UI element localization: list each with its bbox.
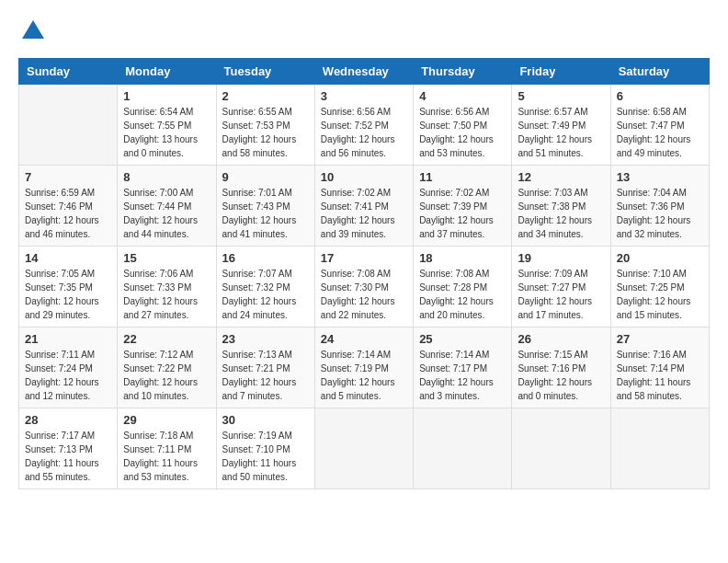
day-number: 7: [25, 170, 111, 184]
day-number: 22: [123, 332, 210, 346]
calendar-cell: 4Sunrise: 6:56 AM Sunset: 7:50 PM Daylig…: [414, 85, 512, 166]
calendar-cell: 2Sunrise: 6:55 AM Sunset: 7:53 PM Daylig…: [216, 85, 314, 166]
day-number: 14: [25, 251, 111, 265]
day-number: 18: [419, 251, 506, 265]
calendar-cell: 24Sunrise: 7:14 AM Sunset: 7:19 PM Dayli…: [314, 327, 413, 408]
day-info: Sunrise: 7:05 AM Sunset: 7:35 PM Dayligh…: [25, 267, 111, 322]
day-number: 17: [321, 251, 407, 265]
calendar-cell: 7Sunrise: 6:59 AM Sunset: 7:46 PM Daylig…: [19, 166, 118, 247]
calendar-cell: 14Sunrise: 7:05 AM Sunset: 7:35 PM Dayli…: [19, 247, 118, 327]
day-number: 15: [123, 251, 210, 265]
calendar-cell: 26Sunrise: 7:15 AM Sunset: 7:16 PM Dayli…: [512, 327, 610, 408]
calendar-week-row: 7Sunrise: 6:59 AM Sunset: 7:46 PM Daylig…: [19, 166, 710, 247]
weekday-header-monday: Monday: [118, 59, 216, 85]
calendar-cell: 29Sunrise: 7:18 AM Sunset: 7:11 PM Dayli…: [118, 408, 216, 489]
day-number: 6: [617, 89, 703, 103]
calendar-cell: 20Sunrise: 7:10 AM Sunset: 7:25 PM Dayli…: [610, 247, 709, 327]
weekday-header-saturday: Saturday: [610, 59, 709, 85]
calendar-cell: 19Sunrise: 7:09 AM Sunset: 7:27 PM Dayli…: [512, 247, 610, 327]
day-info: Sunrise: 7:07 AM Sunset: 7:32 PM Dayligh…: [222, 267, 309, 322]
day-number: 2: [222, 89, 309, 103]
day-info: Sunrise: 6:56 AM Sunset: 7:52 PM Dayligh…: [321, 105, 407, 160]
day-info: Sunrise: 7:16 AM Sunset: 7:14 PM Dayligh…: [617, 348, 703, 403]
calendar-cell: 8Sunrise: 7:00 AM Sunset: 7:44 PM Daylig…: [118, 166, 216, 247]
calendar-cell: [610, 408, 709, 489]
weekday-header-row: SundayMondayTuesdayWednesdayThursdayFrid…: [19, 59, 710, 85]
svg-marker-0: [22, 20, 44, 39]
calendar-cell: 3Sunrise: 6:56 AM Sunset: 7:52 PM Daylig…: [314, 85, 413, 166]
logo-icon: [20, 18, 46, 44]
day-number: 20: [617, 251, 703, 265]
day-number: 3: [321, 89, 407, 103]
weekday-header-wednesday: Wednesday: [314, 59, 413, 85]
day-number: 25: [419, 332, 506, 346]
calendar-cell: 15Sunrise: 7:06 AM Sunset: 7:33 PM Dayli…: [118, 247, 216, 327]
calendar-cell: 10Sunrise: 7:02 AM Sunset: 7:41 PM Dayli…: [314, 166, 413, 247]
day-number: 21: [25, 332, 111, 346]
day-number: 28: [25, 413, 111, 427]
calendar-cell: 9Sunrise: 7:01 AM Sunset: 7:43 PM Daylig…: [216, 166, 314, 247]
day-info: Sunrise: 7:10 AM Sunset: 7:25 PM Dayligh…: [617, 267, 703, 322]
calendar-cell: 17Sunrise: 7:08 AM Sunset: 7:30 PM Dayli…: [314, 247, 413, 327]
calendar-week-row: 21Sunrise: 7:11 AM Sunset: 7:24 PM Dayli…: [19, 327, 710, 408]
day-number: 27: [617, 332, 703, 346]
day-info: Sunrise: 7:14 AM Sunset: 7:17 PM Dayligh…: [419, 348, 506, 403]
calendar-cell: [19, 85, 118, 166]
weekday-header-thursday: Thursday: [414, 59, 512, 85]
day-info: Sunrise: 7:04 AM Sunset: 7:36 PM Dayligh…: [617, 186, 703, 241]
day-info: Sunrise: 7:14 AM Sunset: 7:19 PM Dayligh…: [321, 348, 407, 403]
calendar-cell: 27Sunrise: 7:16 AM Sunset: 7:14 PM Dayli…: [610, 327, 709, 408]
day-info: Sunrise: 6:58 AM Sunset: 7:47 PM Dayligh…: [617, 105, 703, 160]
calendar-cell: 16Sunrise: 7:07 AM Sunset: 7:32 PM Dayli…: [216, 247, 314, 327]
calendar-week-row: 14Sunrise: 7:05 AM Sunset: 7:35 PM Dayli…: [19, 247, 710, 327]
day-number: 11: [419, 170, 506, 184]
day-info: Sunrise: 7:12 AM Sunset: 7:22 PM Dayligh…: [123, 348, 210, 403]
day-info: Sunrise: 7:06 AM Sunset: 7:33 PM Dayligh…: [123, 267, 210, 322]
day-info: Sunrise: 6:54 AM Sunset: 7:55 PM Dayligh…: [123, 105, 210, 160]
calendar-cell: 23Sunrise: 7:13 AM Sunset: 7:21 PM Dayli…: [216, 327, 314, 408]
day-number: 13: [617, 170, 703, 184]
day-number: 19: [518, 251, 604, 265]
day-info: Sunrise: 7:01 AM Sunset: 7:43 PM Dayligh…: [222, 186, 309, 241]
day-info: Sunrise: 7:18 AM Sunset: 7:11 PM Dayligh…: [123, 429, 210, 484]
weekday-header-sunday: Sunday: [19, 59, 118, 85]
day-number: 26: [518, 332, 604, 346]
calendar-cell: 28Sunrise: 7:17 AM Sunset: 7:13 PM Dayli…: [19, 408, 118, 489]
calendar-cell: 12Sunrise: 7:03 AM Sunset: 7:38 PM Dayli…: [512, 166, 610, 247]
weekday-header-tuesday: Tuesday: [216, 59, 314, 85]
calendar-cell: 5Sunrise: 6:57 AM Sunset: 7:49 PM Daylig…: [512, 85, 610, 166]
day-info: Sunrise: 7:02 AM Sunset: 7:39 PM Dayligh…: [419, 186, 506, 241]
day-number: 24: [321, 332, 407, 346]
calendar-cell: [512, 408, 610, 489]
calendar-week-row: 1Sunrise: 6:54 AM Sunset: 7:55 PM Daylig…: [19, 85, 710, 166]
day-info: Sunrise: 7:11 AM Sunset: 7:24 PM Dayligh…: [25, 348, 111, 403]
day-info: Sunrise: 7:19 AM Sunset: 7:10 PM Dayligh…: [222, 429, 309, 484]
day-number: 9: [222, 170, 309, 184]
calendar-table: SundayMondayTuesdayWednesdayThursdayFrid…: [18, 58, 710, 489]
day-number: 23: [222, 332, 309, 346]
day-info: Sunrise: 7:03 AM Sunset: 7:38 PM Dayligh…: [518, 186, 604, 241]
day-info: Sunrise: 7:15 AM Sunset: 7:16 PM Dayligh…: [518, 348, 604, 403]
calendar-cell: 13Sunrise: 7:04 AM Sunset: 7:36 PM Dayli…: [610, 166, 709, 247]
day-info: Sunrise: 7:02 AM Sunset: 7:41 PM Dayligh…: [321, 186, 407, 241]
calendar-week-row: 28Sunrise: 7:17 AM Sunset: 7:13 PM Dayli…: [19, 408, 710, 489]
day-info: Sunrise: 7:00 AM Sunset: 7:44 PM Dayligh…: [123, 186, 210, 241]
calendar-cell: 22Sunrise: 7:12 AM Sunset: 7:22 PM Dayli…: [118, 327, 216, 408]
day-info: Sunrise: 7:08 AM Sunset: 7:28 PM Dayligh…: [419, 267, 506, 322]
calendar-cell: 25Sunrise: 7:14 AM Sunset: 7:17 PM Dayli…: [414, 327, 512, 408]
day-number: 10: [321, 170, 407, 184]
day-info: Sunrise: 6:59 AM Sunset: 7:46 PM Dayligh…: [25, 186, 111, 241]
day-number: 5: [518, 89, 604, 103]
calendar-cell: 18Sunrise: 7:08 AM Sunset: 7:28 PM Dayli…: [414, 247, 512, 327]
calendar-cell: [414, 408, 512, 489]
day-info: Sunrise: 6:57 AM Sunset: 7:49 PM Dayligh…: [518, 105, 604, 160]
day-info: Sunrise: 6:55 AM Sunset: 7:53 PM Dayligh…: [222, 105, 309, 160]
day-info: Sunrise: 7:08 AM Sunset: 7:30 PM Dayligh…: [321, 267, 407, 322]
calendar-cell: 11Sunrise: 7:02 AM Sunset: 7:39 PM Dayli…: [414, 166, 512, 247]
day-number: 12: [518, 170, 604, 184]
calendar-cell: 30Sunrise: 7:19 AM Sunset: 7:10 PM Dayli…: [216, 408, 314, 489]
day-number: 8: [123, 170, 210, 184]
day-number: 4: [419, 89, 506, 103]
day-info: Sunrise: 7:17 AM Sunset: 7:13 PM Dayligh…: [25, 429, 111, 484]
day-info: Sunrise: 7:09 AM Sunset: 7:27 PM Dayligh…: [518, 267, 604, 322]
